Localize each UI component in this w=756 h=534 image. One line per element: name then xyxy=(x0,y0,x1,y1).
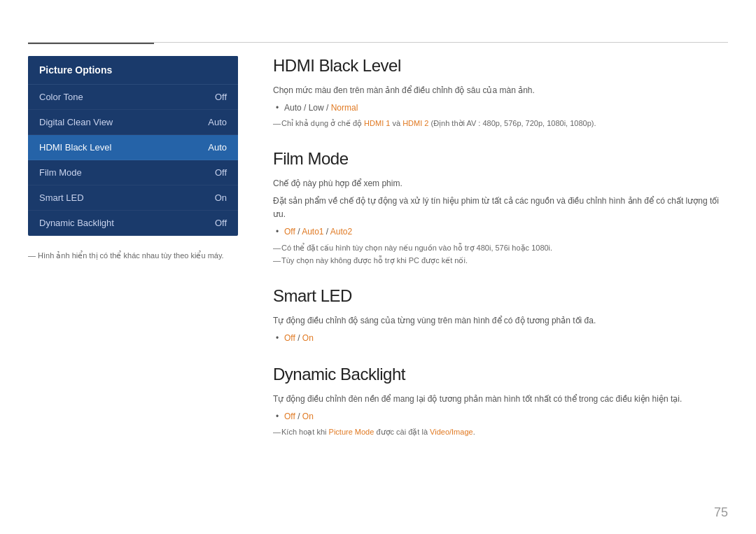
note-line: Có thể đặt cấu hình tùy chọn này nếu ngu… xyxy=(273,242,728,254)
sidebar-item-color-tone[interactable]: Color ToneOff xyxy=(28,85,238,110)
bullet-item: Auto / Low / Normal xyxy=(273,101,728,115)
page-number: 75 xyxy=(714,505,728,520)
section-desc: Đặt sản phẩm về chế độ tự động và xử lý … xyxy=(273,195,728,221)
highlight-text: On xyxy=(302,333,314,343)
section-desc: Tự động điều chỉnh độ sáng của từng vùng… xyxy=(273,314,728,328)
bullet-list: Off / On xyxy=(273,410,728,423)
bullet-item: Off / On xyxy=(273,410,728,423)
highlight-text: Auto2 xyxy=(330,227,352,237)
bullet-list: Off / On xyxy=(273,332,728,345)
main-content: HDMI Black LevelChọn mức màu đen trên mà… xyxy=(273,56,728,458)
highlight-text: Off xyxy=(284,412,295,421)
sidebar-item-digital-clean-view[interactable]: Digital Clean ViewAuto xyxy=(28,110,238,135)
section-desc: Chế độ này phù hợp để xem phim. xyxy=(273,177,728,190)
section-dynamic-backlight: Dynamic BacklightTự động điều chỉnh đèn … xyxy=(273,365,728,438)
top-divider-line xyxy=(28,42,728,43)
note-line: Kích hoạt khi Picture Mode được cài đặt … xyxy=(273,426,728,438)
sidebar-item-dynamic-backlight[interactable]: Dynamic BacklightOff xyxy=(28,211,238,236)
section-title-dynamic-backlight: Dynamic Backlight xyxy=(273,365,728,384)
bullet-list: Off / Auto1 / Auto2 xyxy=(273,225,728,239)
sidebar-title: Picture Options xyxy=(28,56,238,85)
section-desc: Tự động điều chỉnh đèn nền để mang lại đ… xyxy=(273,393,728,406)
section-desc: Chọn mức màu đen trên màn ảnh để điều ch… xyxy=(273,84,728,97)
section-hdmi-black-level: HDMI Black LevelChọn mức màu đen trên mà… xyxy=(273,56,728,129)
highlight-text: On xyxy=(302,412,314,421)
section-film-mode: Film ModeChế độ này phù hợp để xem phim.… xyxy=(273,149,728,267)
section-title-film-mode: Film Mode xyxy=(273,149,728,169)
sidebar-menu: Picture Options Color ToneOffDigital Cle… xyxy=(28,56,238,236)
highlight-text: Off xyxy=(284,333,295,343)
note-line: Chỉ khả dụng ở chế độ HDMI 1 và HDMI 2 (… xyxy=(273,118,728,129)
sidebar-item-hdmi-black-level[interactable]: HDMI Black LevelAuto xyxy=(28,135,238,160)
highlight-text: Auto1 xyxy=(302,227,323,237)
sidebar-item-film-mode[interactable]: Film ModeOff xyxy=(28,160,238,185)
sidebar-note: ― Hình ảnh hiển thị có thể khác nhau tùy… xyxy=(28,250,238,262)
section-title-smart-led: Smart LED xyxy=(273,286,728,306)
section-title-hdmi-black-level: HDMI Black Level xyxy=(273,56,728,76)
bullet-item: Off / Auto1 / Auto2 xyxy=(273,225,728,239)
sidebar-item-smart-led[interactable]: Smart LEDOn xyxy=(28,185,238,211)
bullet-item: Off / On xyxy=(273,332,728,345)
section-smart-led: Smart LEDTự động điều chỉnh độ sáng của … xyxy=(273,286,728,345)
sidebar: Picture Options Color ToneOffDigital Cle… xyxy=(28,56,238,262)
highlight-text: Normal xyxy=(331,103,358,113)
bullet-list: Auto / Low / Normal xyxy=(273,101,728,115)
highlight-text: Off xyxy=(284,227,295,237)
note-line: Tùy chọn này không được hỗ trợ khi PC đư… xyxy=(273,255,728,267)
